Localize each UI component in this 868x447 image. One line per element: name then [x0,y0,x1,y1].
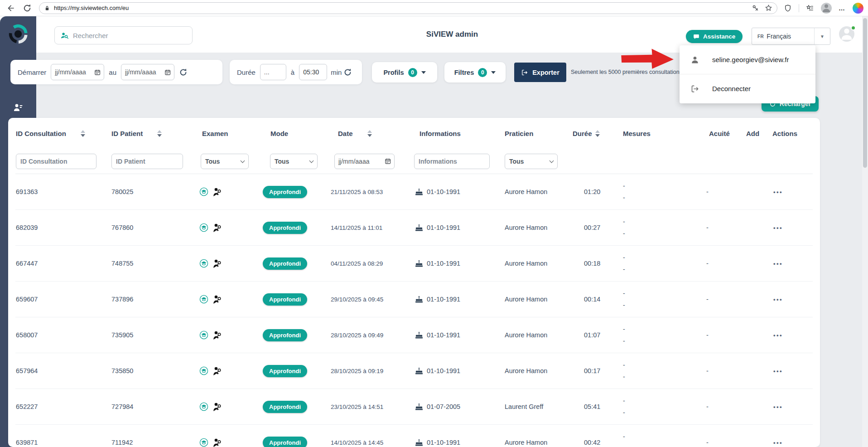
filter-id-consultation-input[interactable] [16,154,96,169]
cell-mesure-top: - [623,326,625,332]
chevron-down-icon [491,71,496,74]
table-row[interactable]: 639871 711942 Approfondi 14/10/2025 à 14… [15,425,813,447]
cell-praticien: Aurore Hamon [505,439,547,446]
favorite-star-icon[interactable] [765,4,772,12]
row-actions-button[interactable]: ••• [773,189,783,195]
start-date-label: Démarrer [18,68,46,76]
person-search-icon [60,31,69,40]
browser-profile-avatar[interactable] [821,3,832,14]
col-header-id-patient[interactable]: ID Patient [111,130,192,137]
cell-id-consultation: 657964 [16,367,38,374]
cell-mesure-bottom: - [623,374,625,380]
row-actions-button[interactable]: ••• [773,332,783,339]
sort-icons[interactable] [595,130,600,137]
table-row[interactable]: 682039 767860 Approfondi 14/11/2025 à 11… [15,210,813,246]
mode-badge: Approfondi [263,258,307,270]
menu-item-account-email[interactable]: seline.georgiev@siview.fr [680,45,815,74]
col-header-id-consultation[interactable]: ID Consultation [15,130,111,137]
end-date-input[interactable] [121,64,174,80]
cell-duree: 01:07 [584,331,600,339]
extension-shield-icon[interactable] [784,4,792,12]
site-security-lock-icon[interactable] [44,5,50,11]
row-actions-button[interactable]: ••• [773,260,783,267]
filtres-dropdown-button[interactable]: Filtres 0 [444,62,506,83]
cell-mesure-bottom: - [623,230,625,237]
favorites-list-icon[interactable] [806,4,814,12]
password-key-icon[interactable] [752,4,759,12]
cell-date: 23/10/2025 à 14:51 [331,403,383,410]
duration-from-input[interactable] [260,64,286,80]
filter-praticien-select[interactable]: Tous [505,154,558,169]
table-row[interactable]: 667447 748755 Approfondi 04/11/2025 à 08… [15,246,813,282]
filter-date-input[interactable] [334,154,395,169]
global-search[interactable] [54,26,193,44]
browser-menu-icon[interactable]: … [839,5,846,12]
address-bar[interactable]: https://my.siviewtech.com/eu [39,2,777,14]
row-actions-button[interactable]: ••• [773,368,783,374]
sort-icons[interactable] [367,130,372,137]
language-select[interactable]: FR Français ▼ [752,28,830,45]
profils-dropdown-button[interactable]: Profils 0 [372,62,437,83]
cell-id-patient: 735905 [111,331,133,339]
table-row[interactable]: 659607 737896 Approfondi 29/10/2025 à 09… [15,282,813,317]
filter-mode-select[interactable]: Tous [270,154,318,169]
consultations-table: ID Consultation ID Patient Examen Mode D… [8,118,820,447]
scrollbar-thumb[interactable] [863,18,867,168]
cell-duree: 00:18 [584,260,600,267]
cell-id-consultation: 659607 [16,296,38,303]
col-header-duree[interactable]: Durée [564,130,609,137]
filter-informations-input[interactable] [414,154,490,169]
sort-icons[interactable] [81,130,85,137]
reset-duration-refresh-icon[interactable] [343,68,352,77]
sort-icons[interactable] [157,130,162,137]
row-actions-button[interactable]: ••• [773,403,783,410]
cell-praticien: Aurore Hamon [505,224,547,231]
cell-id-patient: 780025 [111,188,133,195]
examiner-silhouette-icon [212,259,222,268]
language-caret-icon: ▼ [815,34,830,39]
table-row[interactable]: 652227 727984 Approfondi 23/10/2025 à 14… [15,389,813,425]
export-button[interactable]: Exporter [514,63,566,82]
examiner-silhouette-icon [212,366,222,375]
cell-date: 14/11/2025 à 11:01 [331,224,382,231]
table-row[interactable]: 657964 735850 Approfondi 28/10/2025 à 09… [15,353,813,389]
cell-date: 28/10/2025 à 09:49 [331,332,383,339]
reset-dates-refresh-icon[interactable] [179,68,188,77]
row-actions-button[interactable]: ••• [773,296,783,303]
chevron-down-icon [309,158,314,163]
duration-to-input[interactable] [299,64,327,80]
cell-birthdate: 01-10-1991 [427,188,460,195]
cell-praticien: Aurore Hamon [505,367,547,374]
sidebar-item-patients-icon[interactable] [13,102,23,112]
search-input[interactable] [73,32,177,39]
page-title: SiVIEW admin [426,30,478,39]
filter-examen-select[interactable]: Tous [201,154,249,169]
cell-mesure-bottom: - [623,445,625,447]
col-header-date[interactable]: Date [328,130,410,137]
browser-refresh-icon[interactable] [23,4,32,13]
app-window: SiVIEW admin Assistance FR Français ▼ Dé… [0,16,868,447]
cell-birthdate: 01-10-1991 [427,367,460,374]
browser-back-icon[interactable] [6,4,15,13]
cell-id-patient: 748755 [111,260,133,267]
copilot-icon[interactable] [853,3,863,14]
assistance-button[interactable]: Assistance [686,30,743,43]
mode-badge: Approfondi [263,365,307,377]
cell-date: 21/11/2025 à 08:53 [331,189,383,195]
row-actions-button[interactable]: ••• [773,224,783,231]
table-row[interactable]: 658007 735905 Approfondi 28/10/2025 à 09… [15,317,813,353]
filter-id-patient-input[interactable] [111,154,183,169]
row-actions-button[interactable]: ••• [773,439,783,446]
table-row[interactable]: 691363 780025 Approfondi 21/11/2025 à 08… [15,174,813,210]
start-date-input[interactable] [51,64,104,80]
cell-id-patient: 737896 [111,296,133,303]
url-text[interactable]: https://my.siviewtech.com/eu [54,5,746,11]
cell-mesure-top: - [623,398,625,404]
browser-toolbar: https://my.siviewtech.com/eu … [0,0,868,16]
cell-mesure-bottom: - [623,194,625,201]
table-body: 691363 780025 Approfondi 21/11/2025 à 08… [15,174,813,447]
browser-actions: … [784,3,863,14]
page-scrollbar[interactable] [862,16,868,447]
cell-mesure-bottom: - [623,266,625,272]
menu-item-logout[interactable]: Deconnecter [680,74,815,103]
